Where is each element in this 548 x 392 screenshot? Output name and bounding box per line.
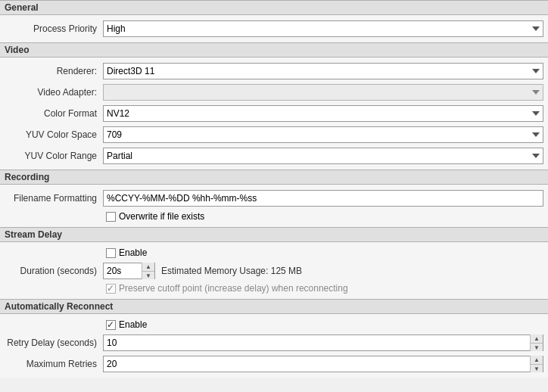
yuv-color-space-label: YUV Color Space: [5, 129, 103, 140]
auto-reconnect-enable-row: Enable: [0, 317, 548, 332]
recording-section: Recording Filename Formatting Overwrite …: [0, 170, 548, 227]
general-section-body: Process Priority High Normal Above Norma…: [0, 15, 548, 42]
duration-input[interactable]: [104, 263, 142, 278]
yuv-color-range-label: YUV Color Range: [5, 151, 103, 161]
color-format-select[interactable]: NV12 YUY2 RGB32: [103, 105, 543, 122]
filename-formatting-control: [103, 190, 543, 207]
filename-formatting-row: Filename Formatting: [0, 188, 548, 209]
video-adapter-control: [103, 84, 543, 101]
max-retries-spinner: ▲ ▼: [103, 356, 543, 372]
duration-spinner: ▲ ▼: [103, 263, 155, 279]
video-label: Video: [5, 45, 29, 55]
color-format-label: Color Format: [5, 108, 103, 119]
max-retries-up-button[interactable]: ▲: [531, 356, 543, 364]
max-retries-label: Maximum Retries: [5, 359, 103, 369]
max-retries-row: Maximum Retries ▲ ▼: [0, 353, 548, 375]
duration-down-button[interactable]: ▼: [142, 271, 154, 279]
preserve-row: Preserve cutoff point (increase delay) w…: [0, 282, 548, 296]
preserve-label: Preserve cutoff point (increase delay) w…: [106, 283, 348, 294]
auto-reconnect-enable-label[interactable]: Enable: [106, 319, 147, 330]
stream-delay-enable-row: Enable: [0, 245, 548, 260]
yuv-color-space-control: 709 601 2020: [103, 126, 543, 143]
estimated-memory-label: Estimated Memory Usage: 125 MB: [161, 266, 302, 276]
retry-delay-label: Retry Delay (seconds): [5, 338, 103, 348]
video-section-body: Renderer: Direct3D 11 Direct3D 9 OpenGL …: [0, 58, 548, 170]
max-retries-control: ▲ ▼: [103, 356, 543, 372]
auto-reconnect-enable-checkbox[interactable]: [106, 320, 116, 330]
recording-section-header: Recording: [0, 170, 548, 185]
max-retries-input[interactable]: [104, 356, 530, 372]
video-adapter-select[interactable]: [103, 84, 543, 101]
retry-delay-input[interactable]: [104, 335, 530, 350]
retry-delay-row: Retry Delay (seconds) ▲ ▼: [0, 332, 548, 353]
yuv-color-range-row: YUV Color Range Partial Full: [0, 145, 548, 166]
general-label: General: [5, 2, 39, 13]
stream-delay-section-body: Enable Duration (seconds) ▲ ▼ Estimated …: [0, 242, 548, 299]
general-section-header: General: [0, 0, 548, 15]
recording-label: Recording: [5, 172, 49, 182]
retry-delay-spinner-buttons: ▲ ▼: [530, 334, 543, 351]
duration-label: Duration (seconds): [5, 266, 103, 276]
stream-delay-enable-label[interactable]: Enable: [106, 247, 147, 258]
duration-control: ▲ ▼ Estimated Memory Usage: 125 MB: [103, 263, 543, 279]
video-section-header: Video: [0, 42, 548, 58]
duration-spinner-buttons: ▲ ▼: [142, 263, 154, 279]
overwrite-checkbox[interactable]: [106, 212, 116, 222]
stream-delay-section-header: Stream Delay: [0, 227, 548, 242]
filename-formatting-label: Filename Formatting: [5, 193, 103, 204]
max-retries-down-button[interactable]: ▼: [531, 364, 543, 372]
yuv-color-range-select[interactable]: Partial Full: [103, 148, 543, 164]
auto-reconnect-section: Automatically Reconnect Enable Retry Del…: [0, 299, 548, 378]
color-format-row: Color Format NV12 YUY2 RGB32: [0, 103, 548, 124]
overwrite-row: Overwrite if file exists: [0, 209, 548, 224]
process-priority-row: Process Priority High Normal Above Norma…: [0, 18, 548, 39]
stream-delay-section: Stream Delay Enable Duration (seconds) ▲…: [0, 227, 548, 299]
stream-delay-enable-checkbox[interactable]: [106, 248, 116, 258]
duration-row: Duration (seconds) ▲ ▼ Estimated Memory …: [0, 260, 548, 282]
overwrite-label[interactable]: Overwrite if file exists: [106, 211, 204, 222]
retry-delay-control: ▲ ▼: [103, 334, 543, 351]
max-retries-spinner-buttons: ▲ ▼: [530, 356, 543, 372]
color-format-control: NV12 YUY2 RGB32: [103, 105, 543, 122]
video-adapter-label: Video Adapter:: [5, 87, 103, 98]
retry-delay-up-button[interactable]: ▲: [531, 334, 543, 343]
process-priority-control: High Normal Above Normal Below Normal Lo…: [103, 20, 543, 37]
retry-delay-spinner: ▲ ▼: [103, 334, 543, 351]
video-section: Video Renderer: Direct3D 11 Direct3D 9 O…: [0, 42, 548, 170]
process-priority-label: Process Priority: [5, 23, 103, 34]
yuv-color-range-control: Partial Full: [103, 148, 543, 164]
renderer-label: Renderer:: [5, 66, 103, 76]
auto-reconnect-section-header: Automatically Reconnect: [0, 299, 548, 314]
renderer-control: Direct3D 11 Direct3D 9 OpenGL: [103, 63, 543, 79]
general-section: General Process Priority High Normal Abo…: [0, 0, 548, 42]
yuv-color-space-row: YUV Color Space 709 601 2020: [0, 124, 548, 145]
duration-up-button[interactable]: ▲: [142, 263, 154, 271]
auto-reconnect-section-body: Enable Retry Delay (seconds) ▲ ▼ Maximum…: [0, 314, 548, 378]
recording-section-body: Filename Formatting Overwrite if file ex…: [0, 185, 548, 227]
video-adapter-row: Video Adapter:: [0, 82, 548, 103]
process-priority-select[interactable]: High Normal Above Normal Below Normal Lo…: [103, 20, 543, 37]
stream-delay-label: Stream Delay: [5, 229, 62, 240]
auto-reconnect-label: Automatically Reconnect: [5, 301, 113, 312]
renderer-row: Renderer: Direct3D 11 Direct3D 9 OpenGL: [0, 61, 548, 82]
renderer-select[interactable]: Direct3D 11 Direct3D 9 OpenGL: [103, 63, 543, 79]
filename-formatting-input[interactable]: [103, 190, 543, 207]
retry-delay-down-button[interactable]: ▼: [531, 343, 543, 351]
yuv-color-space-select[interactable]: 709 601 2020: [103, 126, 543, 143]
preserve-checkbox: [106, 284, 116, 294]
